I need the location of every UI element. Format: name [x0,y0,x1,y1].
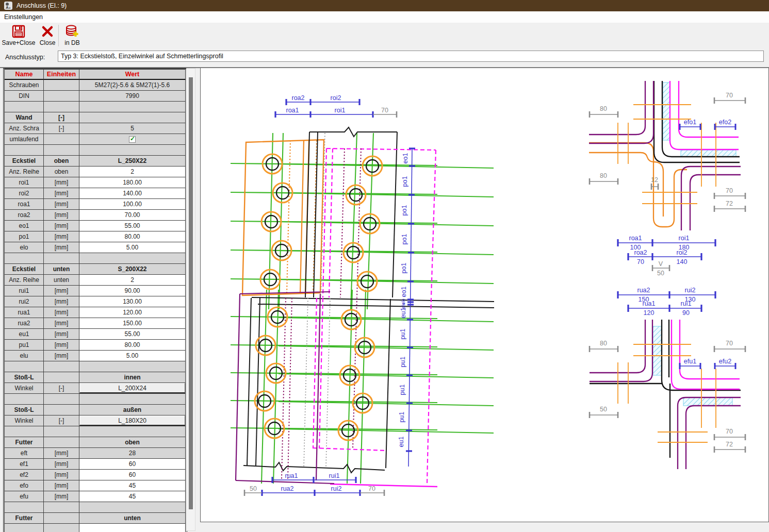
param-value-cell [79,145,186,156]
dim-label: roi2 [677,249,688,256]
umlaufend-checkbox[interactable] [129,136,136,143]
table-row: Winkel[-]L_180X20 [5,415,187,426]
dims-unten: 80 70 efu1 efu2 50 70 72 [590,340,745,453]
param-name-cell: Schrauben [5,80,44,91]
param-value-cell[interactable]: 80.00 [79,340,186,351]
dim-label: roa2 [634,249,647,256]
param-value-cell[interactable]: 90.00 [79,286,186,296]
table-row: Futteroben [5,437,187,448]
save-close-button[interactable]: Save+Close [2,24,36,46]
param-value-cell[interactable]: 45 [79,480,186,491]
table-row: EckstieluntenS_200X22 [5,264,187,275]
param-unit-cell: [mm] [44,491,79,502]
table-row [5,426,187,437]
dim-label: rui1 [329,472,340,479]
dimension-block: roa1 roi1 100 180 roa2 roi2 70 140 V 50 … [618,235,715,317]
param-unit-cell [44,361,79,372]
table-row: DIN7990 [5,91,187,102]
param-name-cell: rui1 [5,286,44,296]
dim-label: 50 [250,485,257,492]
param-value-cell[interactable]: 120.00 [79,307,186,318]
table-row: roa1[mm]100.00 [5,199,187,210]
param-value-cell[interactable]: 130.00 [79,296,186,307]
param-value-cell[interactable]: 5.00 [79,242,186,253]
save-icon [2,24,36,39]
param-unit-cell [44,513,79,524]
param-name-cell: roi2 [5,188,44,199]
param-value-cell[interactable]: 180.00 [79,177,186,188]
dim-label: rua2 [637,287,650,294]
param-unit-cell: [mm] [44,188,79,199]
dim-label: roa1 [286,107,299,114]
param-unit-cell: [mm] [44,210,79,221]
title-bar: Anschluss (El.: 9) [0,0,769,11]
dim-label: V [659,260,663,268]
param-name-cell: DIN [5,91,44,102]
table-row [5,145,187,156]
param-value-cell[interactable]: 55.00 [79,329,186,340]
table-row: po1[mm]80.00 [5,231,187,242]
param-name-cell: roi1 [5,177,44,188]
dim-label: rua1 [285,472,298,479]
table-row: eft[mm]28 [5,448,187,459]
param-value-cell[interactable]: 100.00 [79,199,186,210]
param-value-cell [79,253,186,264]
param-name-cell: Futter [5,513,44,524]
dim-bottom: rua1 rui1 50 rua2 rui2 70 [244,472,384,496]
param-name-cell: eft [5,448,44,459]
param-value-cell: 7990 [79,91,186,102]
param-unit-cell: [mm] [44,199,79,210]
stoss-winkel-aussen [590,320,741,469]
app-icon [4,2,12,10]
close-button[interactable]: Close [38,24,57,46]
packing-hatch [653,326,662,375]
dim-label: 80 [600,172,607,179]
stoss-winkel-innen [672,320,740,389]
param-unit-cell: [mm] [44,459,79,470]
section-view-oben: 70 80 efo1 efo2 80 12 70 72 [589,81,745,230]
param-name-cell: pu1 [5,340,44,351]
param-value-cell: innen [79,372,186,383]
param-value-cell[interactable]: 140.00 [79,188,186,199]
param-value-cell[interactable] [79,524,186,532]
param-value-cell: 28 [79,448,186,459]
param-unit-cell: [mm] [44,448,79,459]
dim-label: 70 [381,107,388,114]
in-db-button[interactable]: in DB [62,24,83,46]
param-unit-cell [44,426,79,437]
winkel-select-button[interactable]: L_200X24 [79,383,185,393]
param-unit-cell: [mm] [44,177,79,188]
param-name-cell: roa1 [5,199,44,210]
table-scrollbar[interactable] [186,68,195,531]
winkel-select-button[interactable]: L_180X20 [79,415,185,426]
param-value-cell[interactable]: 70.00 [79,210,186,221]
anschlusstyp-input[interactable] [58,51,764,62]
dim-label: 50 [657,270,664,277]
scrollbar-thumb[interactable] [189,77,193,509]
param-value-cell[interactable]: 45 [79,491,186,502]
param-name-cell [5,426,44,437]
window-title: Anschluss (El.: 9) [17,2,67,9]
table-row: ef1[mm]60 [5,459,187,470]
param-name-cell: Eckstiel [5,156,44,167]
param-value-cell[interactable]: 55.00 [79,221,186,231]
param-value-cell[interactable]: 5.00 [79,351,186,361]
dim-label: po1 [401,205,408,216]
param-unit-cell [44,394,79,405]
table-row: rua1[mm]120.00 [5,307,187,318]
bolt-lines [618,105,716,204]
param-name-cell: Winkel [5,415,44,426]
param-value-cell[interactable]: 80.00 [79,231,186,242]
param-unit-cell: [-] [44,112,79,123]
menu-einstellungen[interactable]: Einstellungen [0,12,47,22]
dim-label: 90 [682,309,690,317]
param-value-cell[interactable]: 60 [79,470,186,480]
dim-label: 70 [726,340,733,347]
param-value-cell[interactable]: 150.00 [79,318,186,329]
param-value-cell: L_180X20 [79,415,186,426]
dim-label: rui1 [681,300,692,307]
param-value-cell[interactable]: 2 [79,275,186,286]
dim-right-chain: eo1 po1 po1 po1 po1 eo1 elo elu eu1 pu1 … [398,148,415,467]
param-value-cell[interactable]: 60 [79,459,186,470]
param-value-cell[interactable]: 2 [79,167,186,177]
